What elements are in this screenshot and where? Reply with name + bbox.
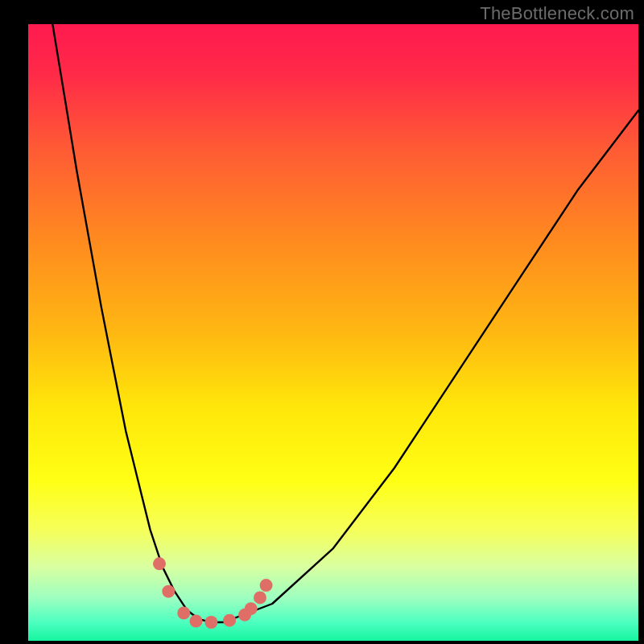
data-marker — [260, 579, 273, 592]
data-marker — [245, 602, 258, 615]
data-marker — [162, 585, 175, 598]
data-marker — [204, 616, 217, 629]
data-marker — [190, 615, 203, 628]
data-marker — [254, 591, 266, 604]
watermark-text: TheBottleneck.com — [480, 3, 634, 24]
chart-frame: TheBottleneck.com — [0, 0, 644, 644]
curve-path — [52, 24, 638, 622]
bottleneck-curve — [28, 24, 638, 641]
plot-area — [28, 24, 638, 641]
data-marker — [223, 614, 236, 627]
data-marker — [153, 557, 166, 570]
data-marker — [177, 607, 190, 620]
